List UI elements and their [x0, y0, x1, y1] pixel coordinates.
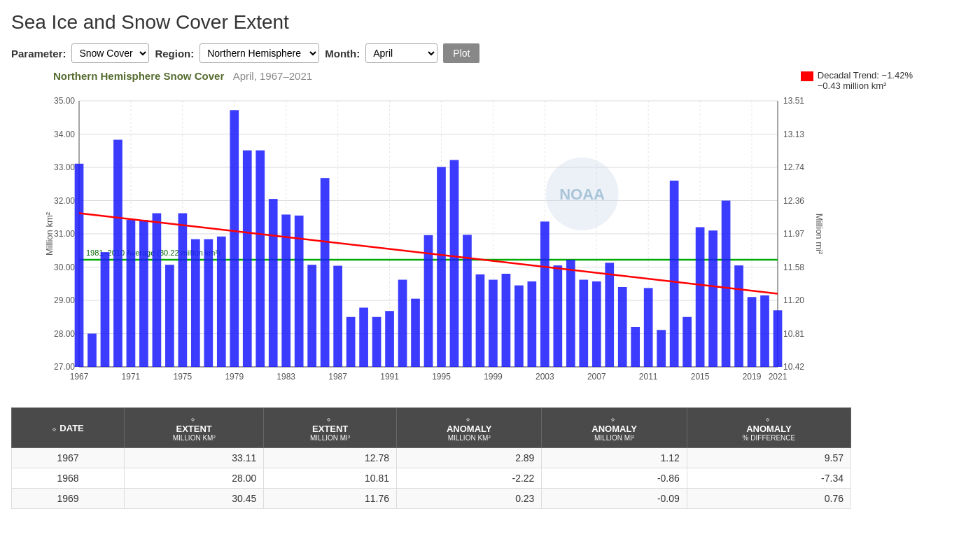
col-anomaly-pct[interactable]: ⬦ ANOMALY % DIFFERENCE [687, 408, 850, 448]
svg-rect-89 [398, 280, 407, 367]
cell-anom-mi: -0.09 [542, 489, 687, 509]
cell-ext-mi: 12.78 [264, 448, 397, 468]
month-select[interactable]: JanuaryFebruaryMarch AprilMayJune JulyAu… [365, 43, 438, 63]
svg-rect-65 [88, 334, 97, 368]
cell-date: 1969 [12, 489, 125, 509]
table-header: ⬦DATE ⬦ EXTENT MILLION KM² ⬦ EXTENT MILL… [12, 408, 851, 448]
region-select[interactable]: Northern Hemisphere Southern Hemisphere [200, 43, 319, 63]
svg-rect-74 [204, 239, 213, 367]
svg-rect-78 [255, 151, 265, 367]
svg-text:12.74: 12.74 [783, 162, 804, 172]
col-extent-km[interactable]: ⬦ EXTENT MILLION KM² [125, 408, 264, 448]
table-row: 1969 30.45 11.76 0.23 -0.09 0.76 [12, 489, 851, 509]
svg-text:Million mi²: Million mi² [814, 214, 825, 255]
svg-text:2007: 2007 [587, 372, 606, 382]
svg-text:2003: 2003 [536, 372, 554, 382]
svg-rect-106 [618, 287, 627, 367]
col-anomaly-km[interactable]: ⬦ ANOMALY MILLION KM² [396, 408, 541, 448]
svg-text:NOAA: NOAA [559, 186, 605, 203]
svg-text:1991: 1991 [380, 372, 399, 382]
svg-rect-100 [540, 221, 550, 367]
svg-rect-87 [372, 317, 382, 367]
svg-rect-90 [411, 299, 420, 367]
month-label: Month: [325, 48, 360, 60]
cell-date: 1967 [12, 448, 125, 468]
svg-text:32.00: 32.00 [54, 196, 75, 206]
cell-anom-pct: 9.57 [687, 448, 850, 468]
svg-rect-71 [165, 265, 174, 367]
cell-date: 1968 [12, 468, 125, 489]
svg-text:31.00: 31.00 [54, 229, 75, 239]
svg-text:30.00: 30.00 [54, 263, 75, 272]
svg-rect-76 [230, 110, 239, 367]
svg-rect-114 [722, 201, 731, 368]
cell-ext-mi: 10.81 [264, 468, 397, 489]
svg-rect-98 [514, 286, 524, 367]
svg-text:29.00: 29.00 [54, 295, 75, 305]
svg-text:13.51: 13.51 [783, 96, 804, 106]
col-anomaly-mi[interactable]: ⬦ ANOMALY MILLION MI² [542, 408, 687, 448]
cell-ext-mi: 11.76 [264, 489, 397, 509]
col-date[interactable]: ⬦DATE [12, 408, 125, 448]
data-table: ⬦DATE ⬦ EXTENT MILLION KM² ⬦ EXTENT MILL… [11, 407, 851, 509]
svg-rect-102 [566, 260, 575, 367]
svg-rect-77 [243, 151, 252, 367]
svg-text:1979: 1979 [225, 372, 244, 382]
cell-anom-mi: -0.86 [542, 468, 687, 489]
svg-text:35.00: 35.00 [54, 96, 75, 106]
svg-text:28.00: 28.00 [54, 329, 75, 339]
svg-rect-97 [502, 274, 511, 367]
svg-rect-105 [605, 263, 614, 367]
parameter-select[interactable]: Sea Ice Snow Cover [71, 43, 149, 63]
controls-bar: Parameter: Sea Ice Snow Cover Region: No… [11, 43, 969, 63]
svg-rect-96 [489, 280, 498, 367]
svg-rect-112 [696, 228, 705, 368]
svg-text:2019: 2019 [743, 372, 762, 382]
svg-text:11.97: 11.97 [783, 229, 804, 239]
svg-text:2015: 2015 [691, 372, 710, 382]
svg-rect-113 [708, 230, 718, 367]
svg-rect-117 [760, 295, 769, 367]
svg-rect-116 [748, 297, 757, 367]
svg-text:27.00: 27.00 [54, 362, 75, 372]
svg-text:1971: 1971 [122, 372, 141, 382]
svg-rect-110 [670, 181, 679, 367]
svg-rect-99 [528, 281, 537, 367]
svg-rect-86 [359, 307, 368, 367]
svg-rect-64 [75, 164, 84, 367]
plot-button[interactable]: Plot [443, 43, 479, 63]
trend-legend: Decadal Trend: −1.42% −0.43 million km² [801, 70, 913, 91]
svg-text:2021: 2021 [769, 372, 788, 382]
trend-color-box [801, 71, 813, 81]
trend-label-1: Decadal Trend: −1.42% [818, 70, 913, 81]
table-row: 1967 33.11 12.78 2.89 1.12 9.57 [12, 448, 851, 468]
svg-rect-94 [463, 235, 472, 367]
svg-rect-79 [269, 199, 278, 367]
svg-rect-67 [113, 140, 122, 367]
svg-text:1995: 1995 [432, 372, 451, 382]
svg-text:2011: 2011 [639, 372, 658, 382]
cell-anom-km: 2.89 [396, 448, 541, 468]
svg-rect-70 [153, 214, 162, 367]
cell-anom-pct: -7.34 [687, 468, 850, 489]
svg-rect-107 [631, 327, 640, 367]
svg-rect-92 [437, 167, 446, 367]
svg-rect-95 [476, 274, 485, 367]
chart-svg: 27.0010.4228.0010.8129.0011.2030.0011.58… [11, 94, 851, 402]
col-extent-mi[interactable]: ⬦ EXTENT MILLION MI² [264, 408, 397, 448]
svg-text:34.00: 34.00 [54, 130, 75, 139]
svg-rect-85 [346, 317, 356, 367]
svg-rect-111 [682, 317, 692, 367]
chart-header: Northern Hemisphere Snow Cover April, 19… [11, 70, 969, 91]
svg-rect-73 [191, 239, 200, 367]
svg-rect-109 [657, 330, 666, 367]
svg-rect-88 [385, 311, 394, 367]
svg-text:11.58: 11.58 [783, 263, 804, 272]
cell-ext-km: 30.45 [125, 489, 264, 509]
svg-text:33.00: 33.00 [54, 162, 75, 172]
cell-ext-km: 28.00 [125, 468, 264, 489]
cell-anom-mi: 1.12 [542, 448, 687, 468]
svg-text:1983: 1983 [276, 372, 295, 382]
svg-text:Million km²: Million km² [44, 211, 55, 256]
svg-rect-83 [321, 178, 330, 367]
